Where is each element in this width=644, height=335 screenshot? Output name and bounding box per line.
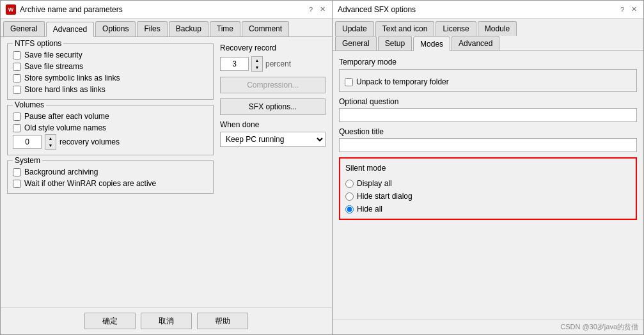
sfx-tab-text-icon[interactable]: Text and icon	[375, 21, 435, 36]
old-style-label: Old style volume names	[24, 123, 106, 132]
ntfs-item-2: Store symbolic links as links	[13, 74, 208, 82]
unpack-temp-checkbox[interactable]	[345, 78, 353, 86]
sfx-tabs-row2: General Setup Modes Advanced	[333, 36, 643, 51]
cancel-button[interactable]: 取消	[141, 313, 192, 329]
wait-copies-checkbox[interactable]	[13, 180, 21, 188]
tab-comment[interactable]: Comment	[242, 21, 289, 36]
title-bar-left: W Archive name and parameters	[6, 4, 123, 15]
left-title-bar: W Archive name and parameters ? ✕	[1, 1, 332, 19]
help-bottom-button[interactable]: 帮助	[197, 313, 248, 329]
silent-mode-section: Silent mode Display all Hide start dialo…	[339, 157, 637, 220]
system-section: System Background archiving Wait if othe…	[7, 160, 214, 194]
ntfs-section: NTFS options Save file security Save fil…	[7, 43, 214, 100]
recovery-down-btn[interactable]: ▼	[252, 64, 262, 71]
save-streams-label: Save file streams	[24, 62, 83, 71]
sfx-tab-update[interactable]: Update	[335, 21, 374, 36]
question-title-input[interactable]	[339, 138, 637, 152]
left-bottom-bar: 确定 取消 帮助	[1, 307, 332, 334]
tab-general[interactable]: General	[3, 21, 45, 36]
hide-all-radio[interactable]	[345, 205, 354, 214]
display-all-radio[interactable]	[345, 180, 354, 188]
percent-label: percent	[265, 59, 291, 68]
system-label: System	[13, 156, 42, 165]
recovery-spinner-row: ▲ ▼ percent	[220, 56, 326, 72]
store-symlinks-label: Store symbolic links as links	[24, 74, 120, 82]
sfx-tabs-row1: Update Text and icon License Module	[333, 19, 643, 36]
silent-mode-label: Silent mode	[345, 164, 631, 173]
spinner-up-btn[interactable]: ▲	[45, 135, 56, 142]
when-done-label: When done	[220, 120, 326, 129]
question-title-label: Question title	[339, 127, 384, 136]
sfx-tab-license[interactable]: License	[436, 21, 476, 36]
store-hardlinks-checkbox[interactable]	[13, 86, 21, 94]
ok-button[interactable]: 确定	[84, 313, 136, 329]
sfx-tab-module[interactable]: Module	[478, 21, 517, 36]
recovery-up-btn[interactable]: ▲	[252, 57, 262, 64]
sfx-tab-modes[interactable]: Modes	[413, 36, 450, 51]
question-title-section: Question title	[339, 127, 637, 152]
sfx-tab-general[interactable]: General	[335, 36, 377, 51]
save-security-label: Save file security	[24, 51, 82, 59]
left-content: NTFS options Save file security Save fil…	[1, 37, 332, 307]
title-bar-controls: ? ✕	[306, 5, 327, 14]
tab-backup[interactable]: Backup	[169, 21, 208, 36]
pause-volume-checkbox[interactable]	[13, 113, 21, 121]
recovery-record-label: Recovery record	[220, 43, 326, 52]
tab-files[interactable]: Files	[137, 21, 167, 36]
watermark: CSDN @30岁java的贫僧	[333, 319, 643, 334]
tab-advanced[interactable]: Advanced	[46, 22, 94, 37]
right-close-btn[interactable]: ✕	[629, 5, 638, 14]
hide-start-radio[interactable]	[345, 192, 354, 201]
volumes-section: Volumes Pause after each volume Old styl…	[7, 105, 214, 155]
close-title-btn[interactable]: ✕	[318, 5, 327, 14]
store-hardlinks-label: Store hard links as links	[24, 85, 106, 94]
silent-radio-0: Display all	[345, 179, 631, 188]
left-column: NTFS options Save file security Save fil…	[7, 43, 214, 300]
tab-time[interactable]: Time	[210, 21, 240, 36]
spinner-down-btn[interactable]: ▼	[45, 142, 56, 149]
tab-options[interactable]: Options	[95, 21, 136, 36]
bg-archiving-checkbox[interactable]	[13, 168, 21, 176]
app-icon: W	[6, 4, 16, 15]
recovery-value-input[interactable]	[220, 57, 249, 71]
left-dialog-title: Archive name and parameters	[20, 5, 123, 14]
system-item-0: Background archiving	[13, 168, 208, 176]
sfx-tab-setup[interactable]: Setup	[378, 36, 412, 51]
right-help-btn[interactable]: ?	[618, 5, 627, 14]
save-streams-checkbox[interactable]	[13, 63, 21, 71]
optional-question-label: Optional question	[339, 97, 398, 106]
temp-mode-box: Unpack to temporary folder	[339, 69, 637, 92]
silent-radio-2: Hide all	[345, 205, 631, 214]
wait-copies-label: Wait if other WinRAR copies are active	[24, 179, 156, 188]
store-symlinks-checkbox[interactable]	[13, 74, 21, 82]
ntfs-item-1: Save file streams	[13, 62, 208, 71]
sfx-options-button[interactable]: SFX options...	[220, 98, 326, 115]
volume-item-1: Old style volume names	[13, 123, 208, 132]
old-style-checkbox[interactable]	[13, 124, 21, 132]
two-col-layout: NTFS options Save file security Save fil…	[7, 43, 326, 300]
watermark-text: CSDN @30岁java的贫僧	[560, 323, 638, 331]
help-title-btn[interactable]: ?	[306, 5, 315, 14]
recovery-volume-row: ▲ ▼ recovery volumes	[13, 134, 208, 150]
question-title-label-wrap: Question title	[339, 127, 637, 136]
volumes-label: Volumes	[13, 100, 46, 109]
ntfs-item-0: Save file security	[13, 51, 208, 59]
recovery-volumes-label: recovery volumes	[59, 137, 120, 146]
sfx-content: Temporary mode Unpack to temporary folde…	[333, 51, 643, 319]
temp-mode-section: Temporary mode Unpack to temporary folde…	[339, 58, 637, 92]
optional-question-input[interactable]	[339, 108, 637, 122]
hide-all-label: Hide all	[357, 205, 382, 214]
unpack-temp-label: Unpack to temporary folder	[356, 77, 449, 86]
when-done-select[interactable]: Keep PC running Close WinRAR Shutdown PC…	[220, 132, 326, 147]
compression-button[interactable]: Compression...	[220, 77, 326, 93]
silent-radio-1: Hide start dialog	[345, 192, 631, 201]
right-dialog: Advanced SFX options ? ✕ Update Text and…	[333, 0, 644, 335]
when-done-section: When done Keep PC running Close WinRAR S…	[220, 120, 326, 147]
right-title-controls: ? ✕	[618, 5, 638, 14]
left-dialog: W Archive name and parameters ? ✕ Genera…	[0, 0, 333, 335]
save-security-checkbox[interactable]	[13, 51, 21, 59]
right-dialog-title: Advanced SFX options	[338, 5, 416, 14]
recovery-volumes-input[interactable]	[13, 135, 42, 149]
sfx-tab-advanced[interactable]: Advanced	[452, 36, 499, 51]
system-item-1: Wait if other WinRAR copies are active	[13, 179, 208, 188]
